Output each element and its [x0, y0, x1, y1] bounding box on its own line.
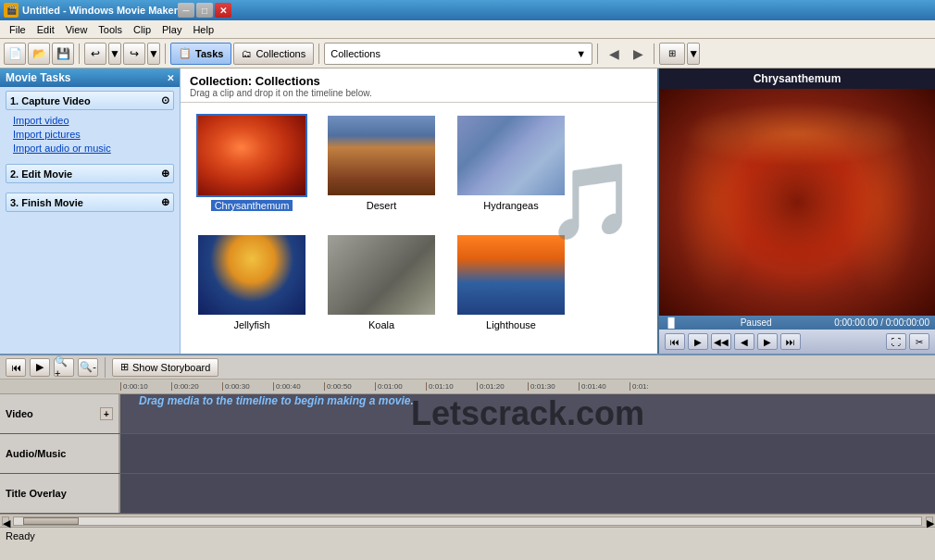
- tasks-close-button[interactable]: ✕: [167, 73, 174, 83]
- scroll-thumb[interactable]: [23, 517, 79, 525]
- open-button[interactable]: 📂: [28, 43, 50, 65]
- status-text: Ready: [6, 530, 35, 541]
- timeline-play-button[interactable]: ▶: [30, 358, 50, 377]
- tasks-label: Tasks: [195, 48, 223, 59]
- collection-thumb-chrysanthemum: [196, 114, 307, 197]
- petal-overlay: [659, 89, 935, 316]
- scroll-left-button[interactable]: ◀: [2, 516, 9, 526]
- tasks-button[interactable]: 📋 Tasks: [170, 43, 231, 65]
- undo-dropdown[interactable]: ▼: [108, 43, 121, 65]
- import-audio-link[interactable]: Import audio or music: [13, 142, 167, 155]
- menu-view[interactable]: View: [60, 23, 94, 36]
- menu-file[interactable]: File: [4, 23, 31, 36]
- capture-video-header[interactable]: 1. Capture Video ⊙: [6, 91, 174, 110]
- timeline-prev-button[interactable]: ⏮: [6, 358, 26, 377]
- prev-frame-button[interactable]: ◀: [734, 333, 754, 350]
- back-button[interactable]: ◀: [603, 43, 625, 65]
- scroll-right-button[interactable]: ▶: [926, 516, 933, 526]
- next-frame-button[interactable]: ▶: [757, 333, 778, 350]
- split-button[interactable]: ✂: [909, 333, 929, 350]
- collection-item-desert[interactable]: Desert: [321, 114, 442, 224]
- collection-item-koala[interactable]: Koala: [321, 233, 442, 343]
- collection-thumb-lighthouse: [455, 233, 567, 317]
- save-button[interactable]: 💾: [52, 43, 74, 65]
- ruler-tick-10: 0:01:: [630, 382, 680, 391]
- collection-item-chrysanthemum[interactable]: Chrysanthemum: [192, 114, 312, 224]
- preview-chrysanthemum-image: [659, 89, 935, 316]
- new-button[interactable]: 📄: [4, 43, 26, 65]
- audio-track-label: Audio/Music: [0, 434, 120, 473]
- preview-time: 0:00:00.00 / 0:00:00:00: [834, 317, 929, 328]
- tasks-panel: Movie Tasks ✕ 1. Capture Video ⊙ Import …: [0, 68, 181, 354]
- collection-item-lighthouse[interactable]: Lighthouse: [451, 233, 571, 343]
- menu-edit[interactable]: Edit: [31, 23, 60, 36]
- preview-extra-controls: ⛶ ✂: [886, 333, 929, 350]
- finish-movie-header[interactable]: 3. Finish Movie ⊕: [6, 193, 174, 212]
- skip-start-button[interactable]: ⏮: [665, 333, 685, 350]
- preview-video: [659, 89, 935, 316]
- zoom-in-button[interactable]: 🔍+: [54, 358, 74, 377]
- main-area: Movie Tasks ✕ 1. Capture Video ⊙ Import …: [0, 68, 935, 355]
- collection-thumb-hydrangeas: [455, 114, 567, 197]
- preview-status: Paused: [741, 317, 772, 328]
- redo-button[interactable]: ↪: [123, 43, 145, 65]
- preview-paused-indicator: ▐▌: [665, 317, 678, 328]
- close-button[interactable]: ✕: [215, 3, 231, 18]
- skip-end-button[interactable]: ⏭: [780, 333, 801, 350]
- redo-dropdown[interactable]: ▼: [147, 43, 160, 65]
- collections-header: Collection: Collections Drag a clip and …: [181, 68, 657, 103]
- edit-movie-header[interactable]: 2. Edit Movie ⊕: [6, 164, 174, 183]
- collections-nav-button[interactable]: 🗂 Collections: [233, 43, 314, 65]
- menu-help[interactable]: Help: [187, 23, 219, 36]
- show-storyboard-button[interactable]: ⊞ Show Storyboard: [112, 358, 218, 377]
- edit-movie-label: 2. Edit Movie: [10, 168, 72, 180]
- zoom-out-button[interactable]: 🔍-: [78, 358, 98, 377]
- app-icon: 🎬: [4, 3, 19, 18]
- title-track-label: Title Overlay: [0, 474, 120, 513]
- app-title: Untitled - Windows Movie Maker: [22, 5, 178, 16]
- view-toggle-button[interactable]: ⊞: [659, 43, 685, 65]
- video-track-content[interactable]: Drag media to the timeline to begin maki…: [120, 394, 935, 433]
- collection-thumb-desert: [326, 114, 437, 197]
- collection-label-hydrangeas: Hydrangeas: [483, 200, 538, 211]
- import-video-link[interactable]: Import video: [13, 114, 167, 127]
- import-pictures-link[interactable]: Import pictures: [13, 128, 167, 141]
- fullscreen-button[interactable]: ⛶: [886, 333, 906, 350]
- capture-video-section: 1. Capture Video ⊙ Import video Import p…: [0, 87, 180, 160]
- video-add-button[interactable]: +: [100, 407, 113, 420]
- menu-clip[interactable]: Clip: [128, 23, 156, 36]
- collection-item-hydrangeas[interactable]: Hydrangeas: [451, 114, 571, 224]
- undo-button[interactable]: ↩: [84, 43, 106, 65]
- preview-buttons: ⏮ ▶ ◀◀ ◀ ▶ ⏭ ⛶ ✂: [659, 330, 935, 354]
- finish-movie-expand-icon: ⊕: [161, 196, 169, 208]
- timeline-tracks: Video + Drag media to the timeline to be…: [0, 394, 935, 514]
- menu-tools[interactable]: Tools: [93, 23, 128, 36]
- collections-grid: 🎵 Chrysanthemum Desert Hydran: [181, 103, 657, 354]
- drag-hint: Drag media to the timeline to begin maki…: [120, 394, 414, 407]
- view-dropdown[interactable]: ▼: [687, 43, 700, 65]
- ruler-tick-0: 0:00:10: [120, 382, 171, 391]
- toolbar: 📄 📂 💾 ↩ ▼ ↪ ▼ 📋 Tasks 🗂 Collections Coll…: [0, 39, 935, 68]
- tasks-icon: 📋: [179, 47, 192, 59]
- play-button[interactable]: ▶: [688, 333, 708, 350]
- ruler-tick-4: 0:00:50: [324, 382, 375, 391]
- collections-dropdown[interactable]: Collections ▼: [324, 43, 592, 65]
- statusbar: Ready: [0, 527, 935, 543]
- desert-image: [328, 116, 435, 195]
- minimize-button[interactable]: ─: [178, 3, 194, 18]
- collection-label-desert: Desert: [367, 200, 396, 211]
- audio-track-row: Audio/Music: [0, 434, 935, 474]
- watermark: Letscrack.com: [411, 394, 644, 433]
- collection-label-jellyfish: Jellyfish: [233, 319, 269, 330]
- audio-track-content[interactable]: [120, 434, 935, 473]
- show-storyboard-label: Show Storyboard: [132, 362, 210, 373]
- rewind-button[interactable]: ◀◀: [711, 333, 731, 350]
- forward-button[interactable]: ▶: [627, 43, 649, 65]
- scroll-track[interactable]: [13, 516, 922, 526]
- preview-panel: Chrysanthemum ▐▌ Paused 0:00:00.00 / 0:0…: [657, 68, 935, 354]
- title-track-content[interactable]: [120, 474, 935, 513]
- maximize-button[interactable]: □: [196, 3, 213, 18]
- tasks-panel-header: Movie Tasks ✕: [0, 68, 180, 87]
- menu-play[interactable]: Play: [156, 23, 187, 36]
- collection-item-jellyfish[interactable]: Jellyfish: [192, 233, 312, 343]
